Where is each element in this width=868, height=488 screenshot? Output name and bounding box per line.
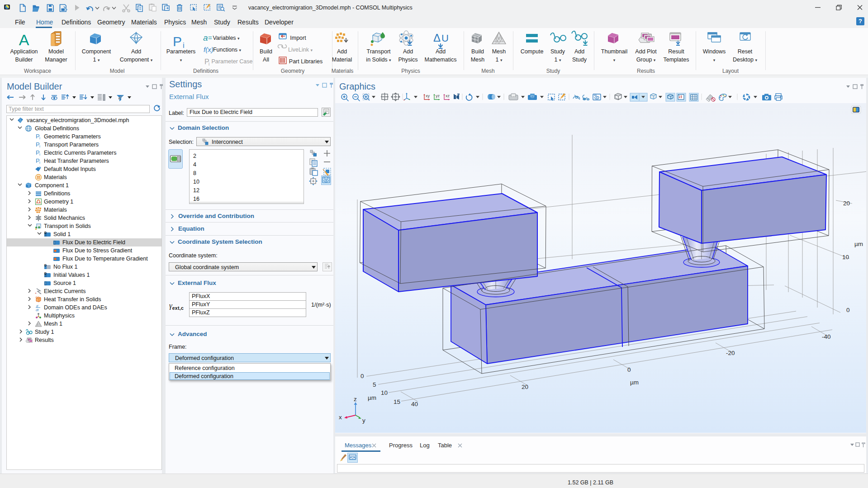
svg-text:z: z xyxy=(354,396,357,403)
svg-text:10: 10 xyxy=(842,254,849,261)
svg-text:µm: µm xyxy=(854,241,863,247)
svg-text:D: D xyxy=(44,272,47,275)
svg-text:-40: -40 xyxy=(822,333,831,340)
svg-text:a: a xyxy=(203,33,208,43)
svg-text:P: P xyxy=(173,34,182,49)
svg-text:xy: xy xyxy=(426,94,430,98)
svg-text:0: 0 xyxy=(627,366,631,373)
svg-text:i: i xyxy=(209,62,209,66)
svg-text:15: 15 xyxy=(394,398,400,405)
svg-text:D: D xyxy=(44,264,47,267)
svg-text:40: 40 xyxy=(411,401,418,407)
svg-text:20: 20 xyxy=(522,384,528,390)
svg-text:0: 0 xyxy=(360,373,364,379)
svg-text:µm: µm xyxy=(630,379,639,386)
svg-text:10: 10 xyxy=(381,389,388,396)
svg-text:_: _ xyxy=(37,292,39,295)
svg-text:y: y xyxy=(362,417,365,424)
svg-text:=: = xyxy=(208,34,212,42)
svg-text:i: i xyxy=(39,144,40,148)
svg-text:xz: xz xyxy=(446,94,450,98)
svg-text:Δ: Δ xyxy=(433,32,441,44)
svg-text:0: 0 xyxy=(846,307,850,313)
svg-text:+: + xyxy=(35,292,37,295)
svg-text:µm: µm xyxy=(368,394,376,401)
svg-text:D: D xyxy=(44,231,47,234)
svg-text:i: i xyxy=(39,152,40,156)
svg-text:20: 20 xyxy=(843,200,850,207)
svg-text:f(x): f(x) xyxy=(204,46,213,53)
svg-text:-20: -20 xyxy=(726,350,735,356)
svg-text:yz: yz xyxy=(436,94,440,98)
svg-text:A: A xyxy=(19,31,29,48)
svg-text:i: i xyxy=(39,161,40,165)
svg-text:x: x xyxy=(339,414,342,421)
svg-text:5: 5 xyxy=(373,381,376,388)
svg-text:U: U xyxy=(441,33,449,44)
svg-text:dt: dt xyxy=(36,308,39,312)
svg-text:i: i xyxy=(39,136,40,140)
